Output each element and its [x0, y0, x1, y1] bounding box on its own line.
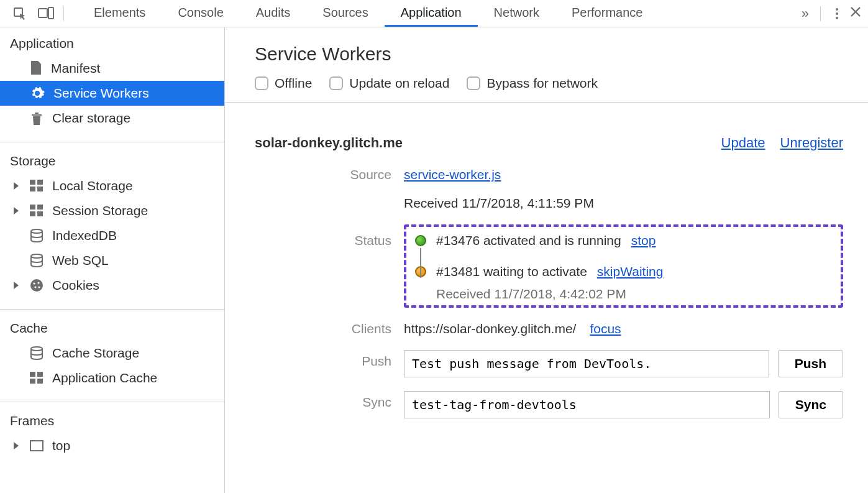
status-waiting-received: Received 11/7/2018, 4:42:02 PM — [436, 287, 832, 302]
svg-rect-2 — [48, 7, 53, 19]
source-file-link[interactable]: service-worker.js — [404, 167, 501, 182]
gear-icon — [30, 86, 45, 101]
sidebar-group-frames: Frames top — [0, 413, 224, 458]
svg-point-13 — [30, 279, 43, 292]
tab-elements[interactable]: Elements — [78, 0, 162, 27]
sidebar-item-label: Local Storage — [52, 178, 133, 193]
expand-icon[interactable] — [14, 282, 19, 289]
database-icon — [30, 254, 43, 267]
frame-icon — [30, 440, 43, 451]
sidebar-item-indexeddb[interactable]: IndexedDB — [0, 223, 224, 248]
expand-icon[interactable] — [14, 207, 19, 214]
separator — [820, 6, 821, 21]
sidebar-group-title: Frames — [0, 413, 224, 433]
bypass-network-checkbox[interactable]: Bypass for network — [467, 76, 598, 91]
application-sidebar: Application Manifest Service Workers Cle… — [0, 27, 225, 493]
svg-rect-22 — [37, 379, 43, 384]
focus-link[interactable]: focus — [590, 321, 621, 336]
panel-tabs: Elements Console Audits Sources Applicat… — [78, 0, 659, 27]
svg-rect-3 — [30, 180, 35, 185]
status-label: Status — [255, 222, 391, 319]
push-input[interactable] — [404, 350, 769, 377]
skip-waiting-link[interactable]: skipWaiting — [597, 264, 664, 279]
grid-icon — [30, 205, 43, 217]
sidebar-item-local-storage[interactable]: Local Storage — [0, 173, 224, 198]
sidebar-item-service-workers[interactable]: Service Workers — [0, 81, 224, 106]
svg-rect-20 — [37, 372, 43, 377]
tab-audits[interactable]: Audits — [240, 0, 307, 27]
sidebar-group-title: Application — [0, 36, 224, 56]
tab-console[interactable]: Console — [162, 0, 239, 27]
devtools-menu-icon[interactable] — [836, 6, 838, 21]
svg-point-14 — [33, 282, 35, 284]
sidebar-item-label: Session Storage — [52, 203, 148, 218]
svg-point-17 — [38, 286, 40, 288]
sync-button[interactable]: Sync — [779, 391, 843, 418]
sidebar-item-cookies[interactable]: Cookies — [0, 273, 224, 298]
unregister-link[interactable]: Unregister — [780, 135, 843, 151]
svg-point-18 — [31, 347, 42, 351]
sidebar-item-application-cache[interactable]: Application Cache — [0, 366, 224, 390]
sidebar-item-top-frame[interactable]: top — [0, 433, 224, 458]
svg-rect-8 — [37, 205, 43, 210]
svg-rect-1 — [39, 9, 47, 17]
grid-icon — [30, 180, 43, 192]
sidebar-item-label: Cache Storage — [52, 346, 139, 361]
svg-rect-4 — [37, 180, 43, 185]
sidebar-item-label: top — [52, 438, 70, 453]
push-button[interactable]: Push — [778, 350, 843, 377]
tab-application[interactable]: Application — [385, 0, 478, 27]
source-label: Source — [255, 165, 391, 222]
svg-rect-7 — [30, 205, 35, 210]
source-received: Received 11/7/2018, 4:11:59 PM — [404, 196, 843, 211]
sidebar-item-label: Web SQL — [52, 253, 109, 268]
close-devtools-icon[interactable] — [849, 6, 862, 21]
bypass-label: Bypass for network — [487, 76, 598, 91]
separator — [0, 402, 224, 402]
tab-network[interactable]: Network — [478, 0, 555, 27]
sidebar-group-application: Application Manifest Service Workers Cle… — [0, 36, 224, 131]
sidebar-item-clear-storage[interactable]: Clear storage — [0, 106, 224, 131]
offline-checkbox[interactable]: Offline — [255, 76, 312, 91]
sidebar-item-label: Manifest — [51, 61, 100, 76]
sidebar-item-session-storage[interactable]: Session Storage — [0, 198, 224, 223]
more-tabs-icon[interactable]: » — [802, 6, 805, 22]
svg-rect-19 — [30, 372, 35, 377]
svg-point-15 — [37, 282, 39, 283]
offline-label: Offline — [275, 76, 312, 91]
sidebar-item-cache-storage[interactable]: Cache Storage — [0, 341, 224, 366]
sidebar-item-websql[interactable]: Web SQL — [0, 248, 224, 273]
status-active-dot-icon — [415, 235, 426, 246]
separator — [0, 309, 224, 310]
file-icon — [30, 61, 42, 76]
tab-sources[interactable]: Sources — [306, 0, 384, 27]
svg-point-11 — [31, 229, 42, 233]
client-url: https://solar-donkey.glitch.me/ — [404, 321, 576, 336]
status-waiting-text: #13481 waiting to activate — [436, 264, 587, 279]
stop-link[interactable]: stop — [631, 233, 656, 248]
status-highlight-box: #13476 activated and is running stop #13… — [404, 224, 843, 308]
trash-icon — [30, 111, 43, 126]
update-on-reload-checkbox[interactable]: Update on reload — [329, 76, 449, 91]
sidebar-group-title: Cache — [0, 321, 224, 341]
svg-rect-10 — [37, 211, 43, 216]
inspect-element-icon[interactable] — [11, 6, 29, 21]
sidebar-item-label: IndexedDB — [52, 228, 117, 243]
main-panel: Service Workers Offline Update on reload… — [225, 27, 868, 493]
expand-icon[interactable] — [14, 442, 19, 449]
device-toggle-icon[interactable] — [37, 6, 55, 21]
svg-rect-21 — [30, 379, 35, 384]
sync-input[interactable] — [404, 391, 770, 418]
sidebar-item-label: Clear storage — [52, 111, 130, 126]
separator — [0, 142, 224, 142]
sidebar-group-storage: Storage Local Storage Session Storage In… — [0, 154, 224, 298]
update-link[interactable]: Update — [721, 135, 765, 151]
sidebar-item-manifest[interactable]: Manifest — [0, 56, 224, 81]
status-connector-line — [420, 248, 421, 278]
sync-label: Sync — [255, 389, 391, 430]
expand-icon[interactable] — [14, 182, 19, 190]
origin-host: solar-donkey.glitch.me — [255, 135, 403, 151]
svg-rect-6 — [37, 187, 43, 191]
separator — [63, 6, 64, 21]
tab-performance[interactable]: Performance — [555, 0, 659, 27]
